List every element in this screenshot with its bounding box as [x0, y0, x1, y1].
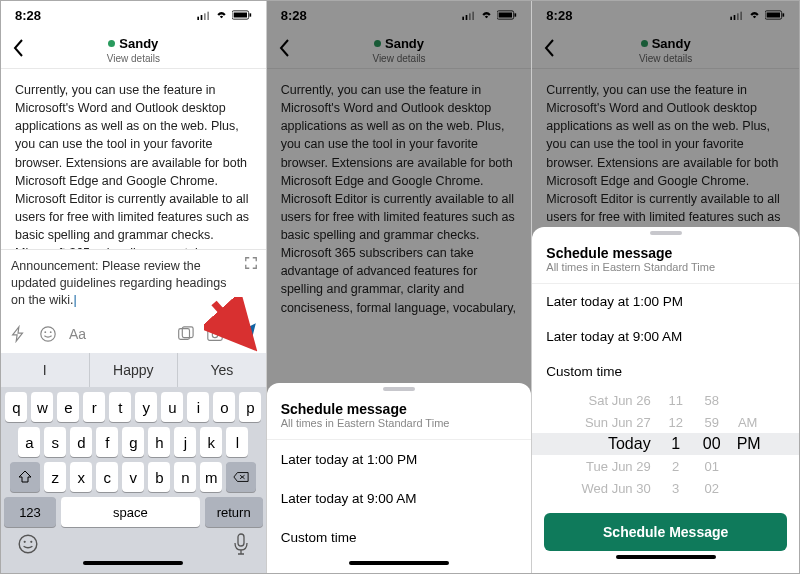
key-j[interactable]: j — [174, 427, 196, 457]
message-content: Currently, you can use the feature in Mi… — [1, 69, 266, 249]
svg-point-9 — [50, 331, 52, 333]
key-p[interactable]: p — [239, 392, 261, 422]
nav-title[interactable]: Sandy View details — [107, 34, 160, 64]
annotation-arrow-icon — [204, 297, 264, 357]
keyboard-row-3: zxcvbnm — [1, 457, 266, 492]
key-i[interactable]: i — [187, 392, 209, 422]
key-a[interactable]: a — [18, 427, 40, 457]
home-indicator[interactable] — [349, 561, 449, 565]
keyboard-predictions: I Happy Yes — [1, 353, 266, 387]
sheet-handle-icon[interactable] — [383, 387, 415, 391]
key-w[interactable]: w — [31, 392, 53, 422]
keyboard-row-2: asdfghjkl — [1, 422, 266, 457]
status-time: 8:28 — [15, 8, 41, 23]
svg-rect-1 — [200, 15, 202, 20]
backspace-key[interactable] — [226, 462, 256, 492]
chevron-left-icon — [11, 38, 25, 58]
screen-schedule-options: 8:28 Sandy View details Currently, you c… — [267, 1, 533, 573]
svg-rect-2 — [204, 13, 206, 20]
svg-point-8 — [44, 331, 46, 333]
schedule-option-2[interactable]: Later today at 9:00 AM — [532, 319, 799, 354]
sheet-title: Schedule message — [532, 239, 799, 261]
key-f[interactable]: f — [96, 427, 118, 457]
home-indicator[interactable] — [616, 555, 716, 559]
svg-point-7 — [41, 327, 55, 341]
numeric-key[interactable]: 123 — [4, 497, 56, 527]
key-h[interactable]: h — [148, 427, 170, 457]
key-q[interactable]: q — [5, 392, 27, 422]
key-b[interactable]: b — [148, 462, 170, 492]
key-r[interactable]: r — [83, 392, 105, 422]
emoji-keyboard-icon[interactable] — [17, 533, 39, 555]
svg-rect-3 — [207, 12, 209, 20]
emoji-icon[interactable] — [39, 325, 57, 343]
sheet-title: Schedule message — [267, 395, 532, 417]
home-indicator[interactable] — [83, 561, 183, 565]
schedule-option-custom[interactable]: Custom time — [267, 518, 532, 557]
prediction-2[interactable]: Happy — [90, 353, 179, 387]
dictation-icon[interactable] — [232, 533, 250, 555]
sheet-subtitle: All times in Eastern Standard Time — [267, 417, 532, 439]
shift-icon — [18, 470, 32, 484]
key-x[interactable]: x — [70, 462, 92, 492]
svg-point-15 — [24, 541, 26, 543]
key-t[interactable]: t — [109, 392, 131, 422]
svg-rect-5 — [233, 13, 246, 18]
nav-subtitle: View details — [107, 53, 160, 64]
status-bar: 8:28 — [1, 1, 266, 29]
back-button[interactable] — [11, 38, 25, 62]
schedule-sheet: Schedule message All times in Eastern St… — [267, 383, 532, 573]
key-e[interactable]: e — [57, 392, 79, 422]
space-key[interactable]: space — [61, 497, 200, 527]
picker-selected-row: Today100PM — [532, 433, 799, 455]
schedule-option-1[interactable]: Later today at 1:00 PM — [532, 284, 799, 319]
svg-rect-17 — [238, 534, 244, 546]
attachment-icon[interactable] — [176, 325, 194, 343]
sheet-subtitle: All times in Eastern Standard Time — [532, 261, 799, 283]
key-z[interactable]: z — [44, 462, 66, 492]
schedule-option-2[interactable]: Later today at 9:00 AM — [267, 479, 532, 518]
backspace-icon — [233, 471, 249, 483]
keyboard: I Happy Yes qwertyuiop asdfghjkl zxcvbnm… — [1, 353, 266, 573]
return-key[interactable]: return — [205, 497, 263, 527]
key-d[interactable]: d — [70, 427, 92, 457]
key-n[interactable]: n — [174, 462, 196, 492]
sheet-handle-icon[interactable] — [650, 231, 682, 235]
key-s[interactable]: s — [44, 427, 66, 457]
key-y[interactable]: y — [135, 392, 157, 422]
svg-rect-0 — [197, 17, 199, 20]
schedule-option-1[interactable]: Later today at 1:00 PM — [267, 440, 532, 479]
battery-icon — [232, 10, 252, 20]
screen-custom-time: 8:28 Sandy View details Currently, you c… — [532, 1, 799, 573]
key-g[interactable]: g — [122, 427, 144, 457]
key-l[interactable]: l — [226, 427, 248, 457]
schedule-message-button[interactable]: Schedule Message — [544, 513, 787, 551]
datetime-picker[interactable]: Sat Jun 261158 Sun Jun 271259AM Today100… — [532, 385, 799, 507]
wifi-icon — [214, 10, 229, 20]
presence-dot-icon — [108, 40, 115, 47]
status-icons — [197, 10, 252, 20]
expand-icon[interactable] — [244, 256, 258, 270]
lightning-icon[interactable] — [9, 325, 27, 343]
schedule-sheet-custom: Schedule message All times in Eastern St… — [532, 227, 799, 573]
key-o[interactable]: o — [213, 392, 235, 422]
prediction-1[interactable]: I — [1, 353, 90, 387]
prediction-3[interactable]: Yes — [178, 353, 266, 387]
nav-header: Sandy View details — [1, 29, 266, 69]
svg-rect-6 — [249, 13, 251, 16]
key-c[interactable]: c — [96, 462, 118, 492]
key-m[interactable]: m — [200, 462, 222, 492]
keyboard-row-1: qwertyuiop — [1, 387, 266, 422]
key-k[interactable]: k — [200, 427, 222, 457]
screen-compose: 8:28 Sandy View details Currently, you c… — [1, 1, 267, 573]
key-u[interactable]: u — [161, 392, 183, 422]
shift-key[interactable] — [10, 462, 40, 492]
signal-icon — [197, 10, 211, 20]
svg-point-14 — [19, 535, 37, 553]
key-v[interactable]: v — [122, 462, 144, 492]
svg-point-16 — [30, 541, 32, 543]
schedule-option-custom[interactable]: Custom time — [532, 354, 799, 385]
text-format-button[interactable]: Aa — [69, 326, 86, 342]
